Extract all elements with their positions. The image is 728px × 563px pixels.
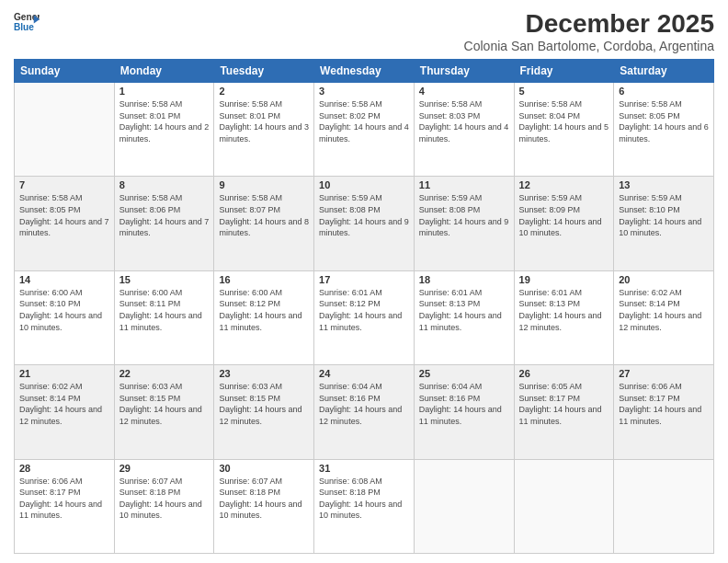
day-info: Sunrise: 6:04 AM Sunset: 8:16 PM Dayligh… (419, 381, 509, 427)
svg-text:Blue: Blue (14, 22, 34, 32)
calendar-cell (514, 459, 614, 553)
logo-icon: General Blue (14, 9, 40, 35)
calendar-week-row: 1 Sunrise: 5:58 AM Sunset: 8:01 PM Dayli… (15, 83, 714, 177)
header: General Blue December 2025 Colonia San B… (14, 9, 714, 53)
day-info: Sunrise: 5:58 AM Sunset: 8:04 PM Dayligh… (519, 98, 609, 144)
calendar-cell: 31 Sunrise: 6:08 AM Sunset: 8:18 PM Dayl… (314, 459, 415, 553)
calendar-cell: 7 Sunrise: 5:58 AM Sunset: 8:05 PM Dayli… (15, 177, 115, 270)
day-number: 5 (519, 86, 609, 97)
calendar-week-row: 14 Sunrise: 6:00 AM Sunset: 8:10 PM Dayl… (15, 270, 714, 364)
col-thursday: Thursday (414, 60, 514, 83)
calendar-cell: 21 Sunrise: 6:02 AM Sunset: 8:14 PM Dayl… (15, 365, 115, 459)
day-number: 23 (219, 368, 309, 379)
calendar-cell: 26 Sunrise: 6:05 AM Sunset: 8:17 PM Dayl… (514, 365, 614, 459)
calendar-cell: 5 Sunrise: 5:58 AM Sunset: 8:04 PM Dayli… (514, 83, 614, 177)
day-info: Sunrise: 6:01 AM Sunset: 8:12 PM Dayligh… (319, 287, 409, 333)
col-saturday: Saturday (614, 60, 714, 83)
day-info: Sunrise: 5:58 AM Sunset: 8:07 PM Dayligh… (219, 192, 309, 238)
calendar-cell: 1 Sunrise: 5:58 AM Sunset: 8:01 PM Dayli… (114, 83, 214, 177)
day-number: 29 (119, 463, 210, 474)
day-number: 10 (319, 179, 409, 190)
day-number: 3 (319, 86, 409, 97)
calendar-cell (614, 459, 714, 553)
calendar-cell: 9 Sunrise: 5:58 AM Sunset: 8:07 PM Dayli… (214, 177, 314, 270)
day-number: 30 (219, 463, 309, 474)
day-info: Sunrise: 6:03 AM Sunset: 8:15 PM Dayligh… (219, 381, 309, 427)
calendar-cell: 4 Sunrise: 5:58 AM Sunset: 8:03 PM Dayli… (414, 83, 514, 177)
calendar-cell: 19 Sunrise: 6:01 AM Sunset: 8:13 PM Dayl… (514, 270, 614, 364)
day-number: 11 (419, 179, 509, 190)
day-number: 8 (119, 179, 210, 190)
day-info: Sunrise: 6:01 AM Sunset: 8:13 PM Dayligh… (419, 287, 509, 333)
calendar-week-row: 21 Sunrise: 6:02 AM Sunset: 8:14 PM Dayl… (15, 365, 714, 459)
month-title: December 2025 (464, 9, 714, 39)
day-number: 14 (19, 274, 109, 285)
calendar-week-row: 28 Sunrise: 6:06 AM Sunset: 8:17 PM Dayl… (15, 459, 714, 553)
title-section: December 2025 Colonia San Bartolome, Cor… (464, 9, 714, 53)
col-monday: Monday (114, 60, 214, 83)
day-info: Sunrise: 6:04 AM Sunset: 8:16 PM Dayligh… (319, 381, 409, 427)
day-info: Sunrise: 6:00 AM Sunset: 8:11 PM Dayligh… (119, 287, 210, 333)
day-number: 31 (319, 463, 409, 474)
day-number: 13 (619, 179, 709, 190)
day-number: 7 (19, 179, 109, 190)
calendar-cell (414, 459, 514, 553)
calendar-cell: 29 Sunrise: 6:07 AM Sunset: 8:18 PM Dayl… (114, 459, 214, 553)
day-info: Sunrise: 6:06 AM Sunset: 8:17 PM Dayligh… (19, 476, 109, 522)
calendar-cell: 14 Sunrise: 6:00 AM Sunset: 8:10 PM Dayl… (15, 270, 115, 364)
calendar-cell: 25 Sunrise: 6:04 AM Sunset: 8:16 PM Dayl… (414, 365, 514, 459)
calendar-cell: 11 Sunrise: 5:59 AM Sunset: 8:08 PM Dayl… (414, 177, 514, 270)
day-number: 6 (619, 86, 709, 97)
day-info: Sunrise: 6:00 AM Sunset: 8:12 PM Dayligh… (219, 287, 309, 333)
day-number: 22 (119, 368, 210, 379)
calendar-cell: 13 Sunrise: 5:59 AM Sunset: 8:10 PM Dayl… (614, 177, 714, 270)
calendar-cell: 12 Sunrise: 5:59 AM Sunset: 8:09 PM Dayl… (514, 177, 614, 270)
day-info: Sunrise: 6:07 AM Sunset: 8:18 PM Dayligh… (119, 476, 210, 522)
day-info: Sunrise: 5:58 AM Sunset: 8:02 PM Dayligh… (319, 98, 409, 144)
day-info: Sunrise: 5:59 AM Sunset: 8:08 PM Dayligh… (319, 192, 409, 238)
col-tuesday: Tuesday (214, 60, 314, 83)
day-number: 26 (519, 368, 609, 379)
day-info: Sunrise: 5:58 AM Sunset: 8:05 PM Dayligh… (19, 192, 109, 238)
calendar-cell (15, 83, 115, 177)
day-info: Sunrise: 6:02 AM Sunset: 8:14 PM Dayligh… (619, 287, 709, 333)
calendar-cell: 15 Sunrise: 6:00 AM Sunset: 8:11 PM Dayl… (114, 270, 214, 364)
day-number: 1 (119, 86, 210, 97)
day-info: Sunrise: 6:02 AM Sunset: 8:14 PM Dayligh… (19, 381, 109, 427)
calendar-cell: 2 Sunrise: 5:58 AM Sunset: 8:01 PM Dayli… (214, 83, 314, 177)
day-number: 2 (219, 86, 309, 97)
calendar-cell: 30 Sunrise: 6:07 AM Sunset: 8:18 PM Dayl… (214, 459, 314, 553)
day-number: 9 (219, 179, 309, 190)
day-number: 17 (319, 274, 409, 285)
day-number: 19 (519, 274, 609, 285)
day-number: 4 (419, 86, 509, 97)
day-info: Sunrise: 6:06 AM Sunset: 8:17 PM Dayligh… (619, 381, 709, 427)
calendar-week-row: 7 Sunrise: 5:58 AM Sunset: 8:05 PM Dayli… (15, 177, 714, 270)
day-number: 16 (219, 274, 309, 285)
day-number: 20 (619, 274, 709, 285)
day-info: Sunrise: 6:07 AM Sunset: 8:18 PM Dayligh… (219, 476, 309, 522)
calendar-cell: 10 Sunrise: 5:59 AM Sunset: 8:08 PM Dayl… (314, 177, 415, 270)
calendar-cell: 23 Sunrise: 6:03 AM Sunset: 8:15 PM Dayl… (214, 365, 314, 459)
calendar-cell: 18 Sunrise: 6:01 AM Sunset: 8:13 PM Dayl… (414, 270, 514, 364)
day-info: Sunrise: 5:59 AM Sunset: 8:08 PM Dayligh… (419, 192, 509, 238)
day-info: Sunrise: 6:03 AM Sunset: 8:15 PM Dayligh… (119, 381, 210, 427)
day-number: 12 (519, 179, 609, 190)
day-info: Sunrise: 5:58 AM Sunset: 8:03 PM Dayligh… (419, 98, 509, 144)
day-info: Sunrise: 6:05 AM Sunset: 8:17 PM Dayligh… (519, 381, 609, 427)
calendar-cell: 27 Sunrise: 6:06 AM Sunset: 8:17 PM Dayl… (614, 365, 714, 459)
day-info: Sunrise: 5:59 AM Sunset: 8:10 PM Dayligh… (619, 192, 709, 238)
calendar-cell: 22 Sunrise: 6:03 AM Sunset: 8:15 PM Dayl… (114, 365, 214, 459)
day-info: Sunrise: 5:58 AM Sunset: 8:06 PM Dayligh… (119, 192, 210, 238)
calendar-cell: 8 Sunrise: 5:58 AM Sunset: 8:06 PM Dayli… (114, 177, 214, 270)
day-info: Sunrise: 5:58 AM Sunset: 8:01 PM Dayligh… (219, 98, 309, 144)
col-sunday: Sunday (15, 60, 115, 83)
calendar-cell: 17 Sunrise: 6:01 AM Sunset: 8:12 PM Dayl… (314, 270, 415, 364)
day-number: 28 (19, 463, 109, 474)
day-info: Sunrise: 6:01 AM Sunset: 8:13 PM Dayligh… (519, 287, 609, 333)
logo: General Blue (14, 9, 40, 35)
calendar-cell: 24 Sunrise: 6:04 AM Sunset: 8:16 PM Dayl… (314, 365, 415, 459)
day-info: Sunrise: 5:59 AM Sunset: 8:09 PM Dayligh… (519, 192, 609, 238)
page: General Blue December 2025 Colonia San B… (0, 0, 728, 563)
day-info: Sunrise: 5:58 AM Sunset: 8:05 PM Dayligh… (619, 98, 709, 144)
